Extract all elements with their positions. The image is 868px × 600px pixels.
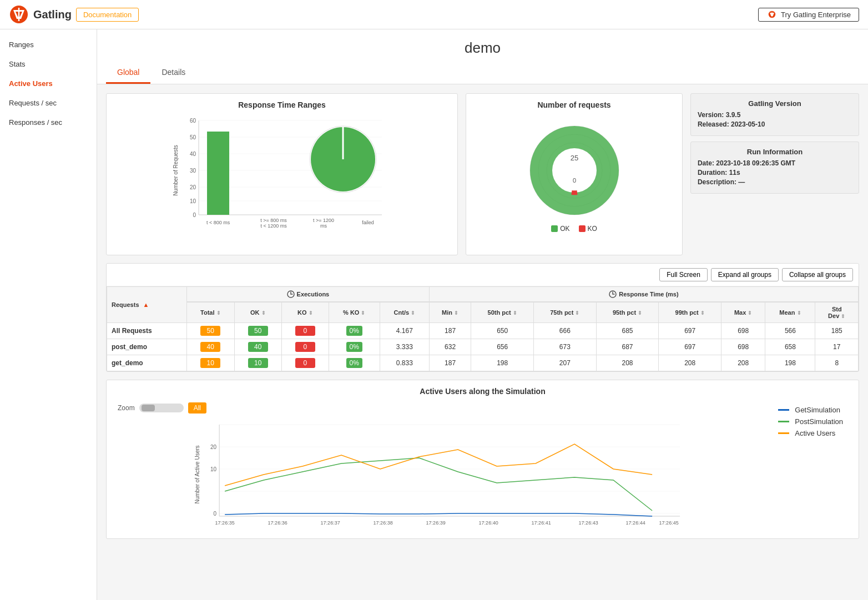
req-name-2: get_demo — [107, 355, 187, 371]
svg-text:17:26:39: 17:26:39 — [426, 520, 446, 526]
released-row: Released: 2023-05-10 — [698, 120, 852, 128]
svg-text:20: 20 — [190, 184, 196, 190]
tab-global[interactable]: Global — [106, 62, 150, 84]
mean-1: 658 — [765, 339, 815, 355]
active-users-line — [778, 432, 789, 434]
pct99-2: 208 — [659, 355, 721, 371]
pct99-1: 697 — [659, 339, 721, 355]
ok-label: OK — [560, 225, 569, 233]
active-users-chart-card: Active Users along the Simulation Zoom A… — [106, 380, 859, 539]
sidebar-item-active-users[interactable]: Active Users — [0, 74, 97, 93]
pct75-0: 666 — [534, 323, 597, 339]
max-1: 698 — [721, 339, 765, 355]
cnt-s-1: 3.333 — [380, 339, 429, 355]
response-time-chart-title: Response Time Ranges — [113, 100, 451, 109]
zoom-slider[interactable] — [139, 404, 184, 412]
sidebar-item-stats[interactable]: Stats — [0, 54, 97, 74]
gatling-version-title: Gatling Version — [698, 99, 852, 108]
pct50-1: 656 — [471, 339, 534, 355]
header: Gatling Documentation Try Gatling Enterp… — [0, 0, 868, 29]
sidebar-item-requests-sec[interactable]: Requests / sec — [0, 93, 97, 113]
legend-get-simulation: GetSimulation — [778, 406, 843, 414]
documentation-button[interactable]: Documentation — [76, 8, 139, 22]
response-time-bar-chart: 60 50 40 30 20 10 0 t < 800 ms t >= 800 … — [113, 115, 451, 237]
min-2: 187 — [429, 355, 471, 371]
col-pct99-header: 99th pct — [659, 302, 721, 323]
sidebar-item-responses-sec[interactable]: Responses / sec — [0, 113, 97, 132]
legend-ok: OK — [551, 225, 569, 233]
svg-text:t < 800 ms: t < 800 ms — [206, 220, 230, 225]
stats-section: Full Screen Expand all groups Collapse a… — [106, 263, 859, 372]
sidebar-item-ranges[interactable]: Ranges — [0, 35, 97, 54]
get-simulation-line — [778, 409, 789, 411]
min-0: 187 — [429, 323, 471, 339]
post-simulation-label: PostSimulation — [795, 417, 843, 426]
legend-ko: KO — [579, 225, 597, 233]
response-time-group-header: Response Time (ms) — [429, 287, 858, 302]
std-dev-0: 185 — [815, 323, 859, 339]
full-screen-button[interactable]: Full Screen — [659, 268, 708, 281]
get-simulation-label: GetSimulation — [795, 406, 840, 414]
executions-group-header: Executions — [186, 287, 429, 302]
stats-toolbar: Full Screen Expand all groups Collapse a… — [107, 264, 859, 286]
svg-text:17:26:35: 17:26:35 — [215, 520, 235, 526]
sort-arrow-requests: ▲ — [143, 301, 149, 308]
app-body: Ranges Stats Active Users Requests / sec… — [0, 29, 868, 600]
std-dev-1: 17 — [815, 339, 859, 355]
description-row: Description: — — [698, 178, 852, 186]
svg-text:50: 50 — [190, 134, 196, 140]
released-value: 2023-05-10 — [731, 120, 765, 128]
active-users-svg: 20 10 0 17:26:35 17:26:36 — [113, 419, 769, 530]
min-1: 632 — [429, 339, 471, 355]
total-0: 50 — [186, 323, 234, 339]
tab-details[interactable]: Details — [150, 62, 196, 84]
cnt-s-2: 0.833 — [380, 355, 429, 371]
duration-label: Duration: — [698, 169, 727, 177]
svg-text:10: 10 — [210, 466, 217, 472]
post-simulation-line — [778, 421, 789, 422]
duration-row: Duration: 11s — [698, 169, 852, 177]
svg-text:17:26:45: 17:26:45 — [659, 520, 679, 526]
svg-text:10: 10 — [190, 198, 196, 204]
cnt-s-0: 4.167 — [380, 323, 429, 339]
expand-all-button[interactable]: Expand all groups — [711, 268, 779, 281]
ok-0: 50 — [234, 323, 281, 339]
col-ok-header: OK — [234, 302, 281, 323]
cards-row: Response Time Ranges — [106, 93, 859, 255]
col-max-header: Max — [721, 302, 765, 323]
max-2: 208 — [721, 355, 765, 371]
svg-rect-22 — [207, 132, 229, 215]
table-row: All Requests 50 50 0 0% 4.167 187 650 66… — [107, 323, 859, 339]
zoom-handle[interactable] — [142, 405, 155, 411]
date-label: Date: — [698, 159, 714, 167]
pct99-0: 697 — [659, 323, 721, 339]
description-value: — — [738, 178, 745, 186]
duration-value: 11s — [729, 169, 740, 177]
svg-text:Number of Requests: Number of Requests — [173, 145, 179, 196]
ko-dot — [579, 225, 586, 232]
mean-0: 566 — [765, 323, 815, 339]
total-2: 10 — [186, 355, 234, 371]
main-content: demo Global Details Response Time Ranges — [97, 29, 868, 600]
logo-area: Gatling Documentation — [9, 4, 139, 24]
legend-post-simulation: PostSimulation — [778, 417, 843, 426]
description-label: Description: — [698, 178, 736, 186]
ko-2: 0 — [281, 355, 329, 371]
col-std-dev-header: StdDev — [815, 302, 859, 323]
ko-0: 0 — [281, 323, 329, 339]
std-dev-2: 8 — [815, 355, 859, 371]
enterprise-button[interactable]: Try Gatling Enterprise — [758, 8, 859, 22]
number-of-requests-card: Number of requests — [466, 93, 683, 255]
svg-text:t < 1200 ms: t < 1200 ms — [260, 223, 287, 229]
pct75-1: 673 — [534, 339, 597, 355]
svg-text:17:26:36: 17:26:36 — [268, 520, 287, 526]
svg-text:60: 60 — [190, 118, 196, 124]
svg-text:0: 0 — [572, 177, 576, 184]
response-time-icon — [609, 290, 617, 298]
version-label: Version: — [698, 111, 724, 119]
zoom-all-button[interactable]: All — [188, 402, 206, 414]
svg-text:17:26:38: 17:26:38 — [374, 520, 393, 526]
pct-ko-0: 0% — [329, 323, 380, 339]
col-total-header: Total — [186, 302, 234, 323]
collapse-all-button[interactable]: Collapse all groups — [782, 268, 853, 281]
